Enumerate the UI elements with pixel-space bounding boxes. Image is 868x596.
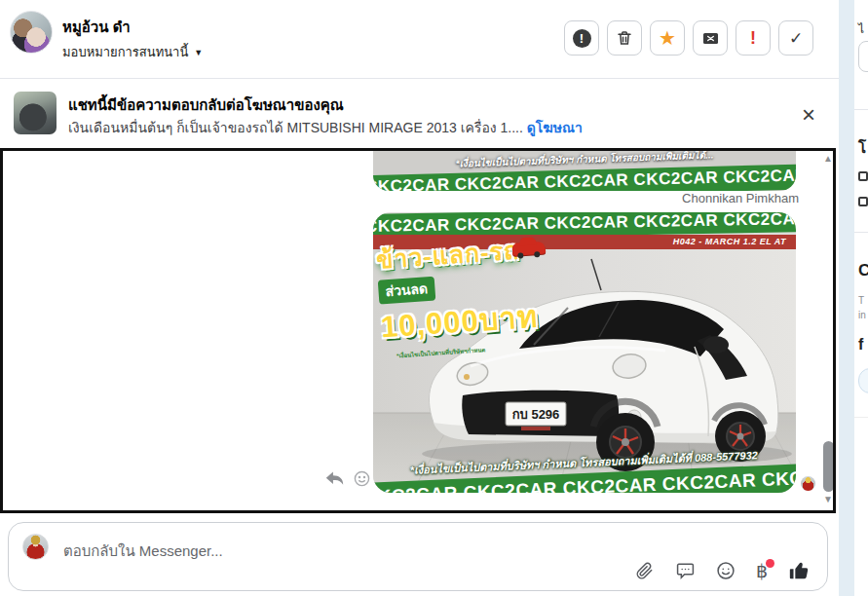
panel-divider xyxy=(854,109,868,110)
scroll-down-arrow[interactable]: ▼ xyxy=(820,494,836,504)
conversation-toolbar: ! ★ ! ✓ xyxy=(564,20,813,56)
mark-important-button[interactable]: ! xyxy=(736,20,771,56)
panel-chip-partial[interactable] xyxy=(858,368,868,393)
reply-icon[interactable] xyxy=(325,470,344,487)
ad-notice-title: แชทนี้มีข้อความตอบกลับต่อโฆษณาของคุณ xyxy=(68,93,344,117)
reply-input[interactable]: ตอบกลับใน Messenger... xyxy=(63,540,223,563)
promo-overlay: ข้าว-แลก-รถ ส่วนลด 10,000บาท *เงื่อนไขเป… xyxy=(375,228,568,362)
panel-icon-2[interactable] xyxy=(858,197,868,206)
delete-button[interactable] xyxy=(607,20,642,56)
reply-composer[interactable]: ตอบกลับใน Messenger... ฿ xyxy=(8,522,828,591)
conversation-card: หมูอ้วน ดำ มอบหมายการสนทนานี้ ▼ ! ★ xyxy=(0,0,839,596)
panel-name-fragment: C xyxy=(858,261,868,280)
trash-icon xyxy=(616,29,633,47)
panel-button-partial[interactable] xyxy=(858,41,868,72)
composer-actions: ฿ xyxy=(635,560,810,581)
important-icon: ! xyxy=(750,29,756,47)
assign-conversation-dropdown[interactable]: มอบหมายการสนทนานี้ ▼ xyxy=(62,42,203,62)
contact-avatar[interactable] xyxy=(10,11,53,54)
notification-dot xyxy=(766,559,774,568)
payment-button[interactable]: ฿ xyxy=(756,562,768,580)
close-icon: × xyxy=(802,103,815,127)
check-icon: ✓ xyxy=(789,30,803,47)
attachment-icon[interactable] xyxy=(635,561,655,580)
panel-label-fragment: ไ xyxy=(858,19,864,38)
contact-name: หมูอ้วน ดำ xyxy=(62,16,131,39)
panel-divider xyxy=(854,232,868,233)
panel-text-fragment-1: T xyxy=(858,295,864,306)
header-divider xyxy=(0,78,839,79)
report-icon: ! xyxy=(573,29,591,48)
seen-by-avatar xyxy=(801,476,815,491)
mail-unread-icon xyxy=(701,29,720,48)
details-panel-partial: ไ โ C T in f xyxy=(854,0,868,596)
view-ad-link[interactable]: ดูโฆษณา xyxy=(527,120,583,135)
inbox-page: หมูอ้วน ดำ มอบหมายการสนทนานี้ ▼ ! ★ xyxy=(0,0,868,596)
red-car-clipart xyxy=(511,242,546,256)
mark-done-button[interactable]: ✓ xyxy=(778,20,813,56)
facebook-icon: f xyxy=(858,336,863,354)
ad-thumbnail xyxy=(14,92,57,134)
scrollbar-thumb[interactable] xyxy=(823,441,834,492)
panel-text-fragment-2: in xyxy=(858,310,866,320)
mark-unread-button[interactable] xyxy=(693,20,728,56)
thumbs-up-icon[interactable] xyxy=(788,560,810,581)
react-emoji-icon[interactable] xyxy=(354,470,370,487)
ad-image-message[interactable]: CKC2CAR CKC2CAR CKC2CAR CKC2CAR CKC2CAR … xyxy=(373,212,796,493)
panel-heading-fragment: โ xyxy=(858,136,866,160)
follow-up-button[interactable]: ★ xyxy=(650,20,685,56)
panel-divider xyxy=(854,417,868,418)
chevron-down-icon: ▼ xyxy=(194,48,203,57)
license-plate: กบ 5296 xyxy=(512,407,560,422)
sender-name-label: Chonnikan Pimkham xyxy=(568,191,799,205)
page-avatar xyxy=(22,534,49,560)
close-notice-button[interactable]: × xyxy=(795,101,822,129)
ad-notice-snippet-text: เงินเดือนหมื่นต้นๆ ก็เป็นเจ้าของรถได้ MI… xyxy=(68,120,523,135)
message-list[interactable]: *เงื่อนไขเป็นไปตามที่บริษัทฯ กำหนด โทรสอ… xyxy=(0,148,836,513)
emoji-icon[interactable] xyxy=(716,561,736,580)
saved-replies-icon[interactable] xyxy=(675,561,696,580)
previous-image-message[interactable]: *เงื่อนไขเป็นไปตามที่บริษัทฯ กำหนด โทรสอ… xyxy=(373,151,796,191)
assign-conversation-label: มอบหมายการสนทนานี้ xyxy=(62,42,188,62)
message-hover-actions xyxy=(325,470,370,487)
report-button[interactable]: ! xyxy=(564,20,599,56)
scroll-up-arrow[interactable]: ▲ xyxy=(820,153,836,164)
panel-icon-1[interactable] xyxy=(858,171,868,181)
star-icon: ★ xyxy=(659,28,676,48)
ad-notice-snippet: เงินเดือนหมื่นต้นๆ ก็เป็นเจ้าของรถได้ MI… xyxy=(68,117,583,138)
